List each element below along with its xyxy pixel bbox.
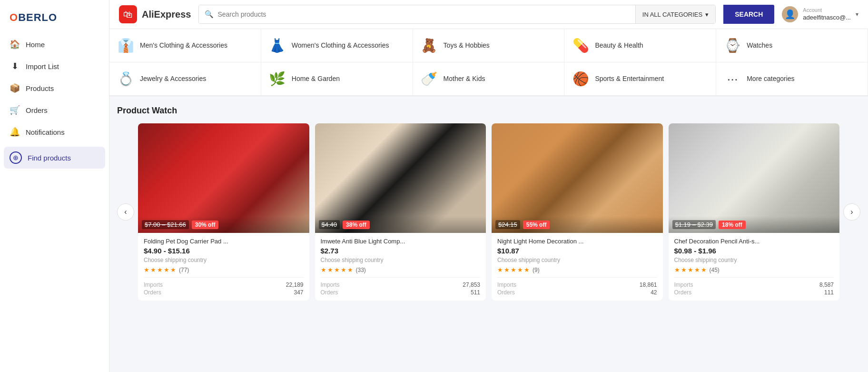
star-icon: ★ xyxy=(170,266,176,273)
section-title: Product Watch xyxy=(117,106,860,116)
discount-bar: $1.19 – $2.39 18% off xyxy=(669,216,840,233)
carousel-prev-button[interactable]: ‹ xyxy=(117,203,134,221)
sidebar-item-products[interactable]: 📦Products xyxy=(0,77,109,99)
toys-icon: 🧸 xyxy=(421,38,438,53)
product-watch-section: Product Watch ‹ $7.00 – $21.66 30% off F… xyxy=(109,96,868,310)
imports-col: Imports Orders xyxy=(674,282,693,296)
discount-badge: 30% off xyxy=(192,221,219,229)
main-content: 🛍 AliExpress 🔍 IN ALL CATEGORIES ▾ SEARC… xyxy=(109,0,868,372)
category-item-home-garden[interactable]: 🌿Home & Garden xyxy=(261,62,413,96)
star-icon: ★ xyxy=(694,266,700,273)
orders-label: Orders xyxy=(674,289,693,296)
star-icon: ★ xyxy=(347,266,353,273)
review-count: (33) xyxy=(356,267,366,273)
review-count: (45) xyxy=(710,267,720,273)
star-icon: ★ xyxy=(164,266,169,273)
rating-stars: ★ ★ ★ ★ ★ (33) xyxy=(321,266,481,273)
account-name: adeelfitnasco@... xyxy=(803,14,851,22)
sidebar-item-home[interactable]: 🏠Home xyxy=(0,33,109,55)
orders-label: Orders xyxy=(144,289,163,296)
aliexpress-logo-icon: 🛍 xyxy=(119,5,137,23)
star-icon: ★ xyxy=(681,266,687,273)
ali-brand: 🛍 AliExpress xyxy=(119,5,191,23)
find-products-icon: ⊕ xyxy=(10,151,22,164)
discount-bar: $7.00 – $21.66 30% off xyxy=(138,216,309,233)
category-selector[interactable]: IN ALL CATEGORIES ▾ xyxy=(635,5,715,23)
product-image: $24.15 55% off xyxy=(492,123,663,233)
product-image: $7.00 – $21.66 30% off xyxy=(138,123,309,233)
rating-stars: ★ ★ ★ ★ ★ (77) xyxy=(144,266,304,273)
product-stats: Imports Orders 18,861 42 xyxy=(497,277,657,296)
sidebar-item-import-list[interactable]: ⬇Import List xyxy=(0,55,109,77)
search-button[interactable]: SEARCH xyxy=(723,5,774,24)
sidebar-navigation: 🏠Home⬇Import List📦Products🛒Orders🔔Notifi… xyxy=(0,33,109,143)
product-card[interactable]: $1.19 – $2.39 18% off Chef Decoration Pe… xyxy=(669,123,840,301)
notifications-icon: 🔔 xyxy=(10,127,20,137)
category-item-sports[interactable]: 🏀Sports & Entertainment xyxy=(564,62,716,96)
product-info: Imwete Anti Blue Light Comp... $2.73 Cho… xyxy=(315,233,486,301)
category-selector-label: IN ALL CATEGORIES xyxy=(642,11,702,18)
product-card[interactable]: $7.00 – $21.66 30% off Folding Pet Dog C… xyxy=(138,123,309,301)
product-card[interactable]: $24.15 55% off Night Light Home Decorati… xyxy=(492,123,663,301)
category-item-watches[interactable]: ⌚Watches xyxy=(716,29,868,62)
imports-value: 27,853 xyxy=(463,282,480,288)
imports-label: Imports xyxy=(321,282,340,288)
product-image: $1.19 – $2.39 18% off xyxy=(669,123,840,233)
original-price: $1.19 – $2.39 xyxy=(672,220,716,229)
star-icon: ★ xyxy=(497,266,503,273)
product-title: Imwete Anti Blue Light Comp... xyxy=(321,238,481,245)
product-card[interactable]: $4.40 38% off Imwete Anti Blue Light Com… xyxy=(315,123,486,301)
imports-label: Imports xyxy=(144,282,163,288)
mother-kids-icon: 🍼 xyxy=(421,71,438,87)
star-icon: ★ xyxy=(144,266,149,273)
imports-col: Imports Orders xyxy=(497,282,516,296)
account-label: Account xyxy=(803,7,851,13)
logo: OBERLO xyxy=(0,8,109,33)
category-label: Home & Garden xyxy=(292,74,340,83)
category-item-beauty[interactable]: 💊Beauty & Health xyxy=(564,29,716,62)
category-item-mens[interactable]: 👔Men's Clothing & Accessories xyxy=(109,29,261,62)
carousel-next-button[interactable]: › xyxy=(843,203,860,221)
sidebar-item-notifications[interactable]: 🔔Notifications xyxy=(0,121,109,143)
sidebar-item-label: Notifications xyxy=(26,128,65,136)
imports-value: 8,587 xyxy=(819,282,834,288)
star-icon: ★ xyxy=(157,266,163,273)
discount-badge: 55% off xyxy=(523,221,550,229)
rating-stars: ★ ★ ★ ★ ★ (9) xyxy=(497,266,657,273)
category-item-mother-kids[interactable]: 🍼Mother & Kids xyxy=(413,62,565,96)
account-chevron-icon: ▾ xyxy=(856,11,858,18)
find-products-item[interactable]: ⊕ Find products xyxy=(4,147,105,169)
imports-label: Imports xyxy=(674,282,693,288)
sidebar-item-orders[interactable]: 🛒Orders xyxy=(0,99,109,121)
shipping-label: Choose shipping country xyxy=(497,257,657,263)
product-price: $0.98 - $1.96 xyxy=(674,247,834,255)
search-input[interactable] xyxy=(217,10,629,18)
star-icon: ★ xyxy=(327,266,333,273)
orders-value: 511 xyxy=(463,289,480,296)
account-menu[interactable]: 👤 Account adeelfitnasco@... ▾ xyxy=(782,6,858,22)
jewelry-icon: 💍 xyxy=(117,71,134,87)
imports-value: 18,861 xyxy=(640,282,657,288)
star-icon: ★ xyxy=(321,266,326,273)
carousel-wrap: ‹ $7.00 – $21.66 30% off Folding Pet Dog… xyxy=(117,123,860,301)
category-item-jewelry[interactable]: 💍Jewelry & Accessories xyxy=(109,62,261,96)
category-item-toys[interactable]: 🧸Toys & Hobbies xyxy=(413,29,565,62)
watches-icon: ⌚ xyxy=(724,38,741,53)
star-icon: ★ xyxy=(688,266,693,273)
orders-value: 42 xyxy=(640,289,657,296)
import-list-icon: ⬇ xyxy=(10,61,20,71)
category-item-more[interactable]: ···More categories xyxy=(716,62,868,96)
avatar: 👤 xyxy=(782,6,798,22)
orders-value: 347 xyxy=(286,289,304,296)
mens-icon: 👔 xyxy=(117,38,134,53)
product-info: Folding Pet Dog Carrier Pad ... $4.90 - … xyxy=(138,233,309,301)
category-label: Women's Clothing & Accessories xyxy=(292,41,389,50)
sidebar: OBERLO 🏠Home⬇Import List📦Products🛒Orders… xyxy=(0,0,109,372)
category-label: Beauty & Health xyxy=(595,41,643,50)
sidebar-item-label: Orders xyxy=(26,106,48,114)
category-item-womens[interactable]: 👗Women's Clothing & Accessories xyxy=(261,29,413,62)
stats-values: 27,853 511 xyxy=(463,282,480,296)
categories-grid: 👔Men's Clothing & Accessories👗Women's Cl… xyxy=(109,29,868,96)
sidebar-item-label: Home xyxy=(26,40,45,49)
category-label: Mother & Kids xyxy=(444,74,485,83)
